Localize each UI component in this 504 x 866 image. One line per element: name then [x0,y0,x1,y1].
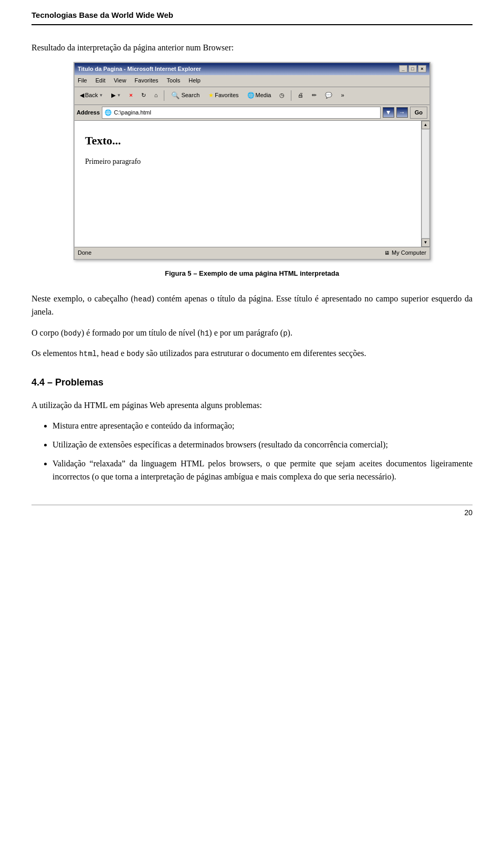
browser-toolbar: ◀ Back ▼ ▶ ▼ × ↻ ⌂ 🔍 Search [75,87,429,105]
home-icon: ⌂ [154,91,158,100]
home-button[interactable]: ⌂ [151,89,161,102]
paragraph-3: Os elementos html, head e body são utili… [32,347,472,360]
edit-icon: ✏ [312,91,317,100]
edit-button[interactable]: ✏ [309,89,320,102]
address-label: Address [77,108,100,118]
statusbar-right: 🖥 My Computer [384,248,426,258]
address-go-button[interactable]: Go [410,107,427,119]
favorites-button[interactable]: ★ Favorites [205,89,242,102]
toolbar-separator-2 [291,90,291,101]
address-field[interactable]: 🌐 C:\pagina.html [102,107,381,119]
media-label: Media [256,91,271,100]
browser-content: Texto... Primeiro paragrafo [75,121,421,247]
code-head-2: head [101,350,119,358]
media-icon: 🌐 [247,91,255,100]
address-dropdown-button[interactable]: ▼ [383,107,394,118]
back-label: Back [85,91,98,100]
browser-addressbar: Address 🌐 C:\pagina.html ▼ → Go [75,105,429,121]
address-go-arrow-button[interactable]: → [396,107,408,118]
browser-main-area: Texto... Primeiro paragrafo [75,121,421,247]
print-button[interactable]: 🖨 [295,89,307,102]
forward-dropdown-icon: ▼ [117,92,121,99]
browser-statusbar: Done 🖥 My Computer [75,247,429,259]
problems-list: Mistura entre apresentação e conteúdo da… [52,419,472,483]
main-content-area: Resultado da interpretação da página ant… [32,41,472,484]
code-body-2: body [127,350,144,358]
browser-scrollbar[interactable]: ▲ ▼ [421,121,429,247]
minimize-button[interactable]: _ [399,65,407,72]
menu-help[interactable]: Help [188,76,201,86]
scrollbar-down-button[interactable]: ▼ [422,238,430,247]
browser-h1: Texto... [85,131,411,150]
refresh-icon: ↻ [141,91,146,100]
section-heading: 4.4 – Problemas [32,375,472,390]
menu-edit[interactable]: Edit [96,76,106,86]
page-header: Tecnologias Base da World Wide Web [32,11,472,25]
browser-paragraph: Primeiro paragrafo [85,156,411,168]
forward-arrow-icon: ▶ [111,91,116,100]
statusbar-right-text: My Computer [392,248,426,258]
print-icon: 🖨 [298,91,303,100]
browser-title-text: Titulo da Pagina - Microsoft Internet Ex… [78,65,201,74]
browser-menubar: File Edit View Favorites Tools Help [75,75,429,87]
address-icon: 🌐 [104,108,112,118]
list-item: Mistura entre apresentação e conteúdo da… [52,419,472,433]
section-intro: A utilização da HTML em páginas Web apre… [32,399,472,412]
menu-file[interactable]: File [78,76,87,86]
code-html: html [79,350,97,358]
code-p: p [283,329,287,338]
maximize-button[interactable]: □ [408,65,417,72]
search-label: Search [181,91,200,100]
browser-content-wrapper: Texto... Primeiro paragrafo ▲ ▼ [75,121,429,247]
page-footer: 20 [32,505,472,517]
stop-icon: × [129,91,132,100]
code-h1: h1 [201,329,209,338]
back-arrow-icon: ◀ [80,91,84,100]
statusbar-icon: 🖥 [384,249,390,257]
scrollbar-track[interactable] [422,129,429,238]
search-icon: 🔍 [171,90,180,101]
statusbar-left: Done [78,248,91,258]
paragraph-1: Neste exemplo, o cabeçalho (head) contém… [32,292,472,319]
history-button[interactable]: ◷ [276,89,288,102]
code-head: head [134,295,152,304]
more-icon: » [341,91,344,100]
media-button[interactable]: 🌐 Media [244,89,275,102]
close-button[interactable]: × [418,65,426,72]
star-icon: ★ [208,91,214,100]
menu-tools[interactable]: Tools [167,76,181,86]
back-dropdown-icon: ▼ [99,92,103,99]
search-button[interactable]: 🔍 Search [167,89,203,103]
page-header-title: Tecnologias Base da World Wide Web [32,11,173,19]
page-number: 20 [464,508,472,517]
paragraph-2: O corpo (body) é formado por um título d… [32,326,472,340]
scrollbar-up-button[interactable]: ▲ [422,121,430,129]
back-button[interactable]: ◀ Back ▼ [77,89,106,102]
toolbar-separator-1 [164,90,164,101]
titlebar-buttons: _ □ × [399,65,426,72]
figure-caption: Figura 5 – Exemplo de uma página HTML in… [32,268,472,279]
favorites-label: Favorites [215,91,238,100]
forward-button[interactable]: ▶ ▼ [108,89,124,102]
menu-favorites[interactable]: Favorites [134,76,158,86]
discuss-button[interactable]: 💬 [322,89,335,102]
browser-screenshot: Titulo da Pagina - Microsoft Internet Ex… [74,62,430,260]
discuss-icon: 💬 [325,91,332,100]
refresh-button[interactable]: ↻ [138,89,149,102]
intro-text: Resultado da interpretação da página ant… [32,41,472,55]
code-body: body [64,329,81,338]
list-item: Utilização de extensões específicas a de… [52,438,472,452]
browser-titlebar: Titulo da Pagina - Microsoft Internet Ex… [75,63,429,76]
list-item: Validação “relaxada” da linguagem HTML p… [52,457,472,484]
menu-view[interactable]: View [114,76,127,86]
more-button[interactable]: » [338,89,347,102]
address-value: C:\pagina.html [114,108,151,118]
history-icon: ◷ [279,91,285,100]
stop-button[interactable]: × [126,89,135,102]
